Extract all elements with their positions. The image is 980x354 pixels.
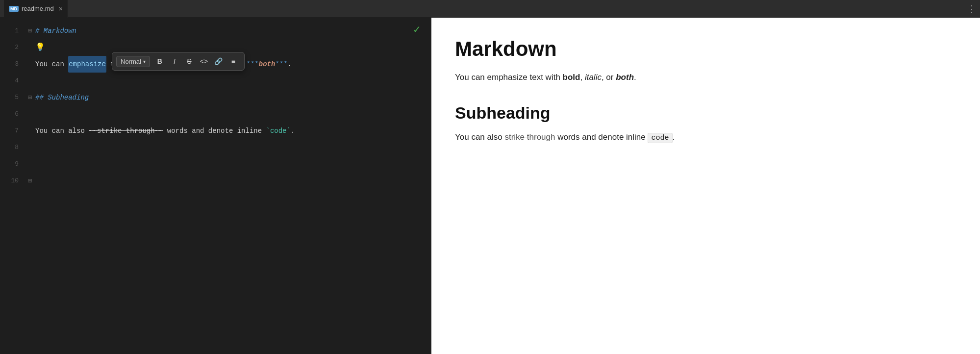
preview-p1-or: , or — [602, 73, 616, 82]
preview-p2: You can also strike through words and de… — [455, 130, 956, 144]
main-content: Normal ▾ B I S <> 🔗 ≡ ✓ 1 2 3 4 5 6 7 8 … — [0, 18, 980, 354]
preview-h1: Markdown — [455, 37, 956, 61]
preview-p1-italic: italic — [585, 73, 602, 82]
code-line-1: ⊞ # Markdown — [26, 23, 431, 39]
line-7-strike: ~~strike through~~ — [89, 123, 163, 139]
italic-button[interactable]: I — [168, 54, 181, 68]
line-num-2: 2 — [0, 39, 19, 56]
block-handle-7 — [26, 127, 33, 134]
list-button[interactable]: ≡ — [226, 54, 240, 68]
line-7-code: `code` — [266, 123, 291, 139]
preview-p2-strike: strike through — [504, 132, 555, 142]
lightbulb-icon: 💡 — [35, 39, 45, 56]
code-line-4 — [26, 73, 431, 89]
line-7-end: . — [291, 123, 295, 139]
line-num-1: 1 — [0, 23, 19, 39]
block-handle-9 — [26, 161, 33, 168]
block-handle-5[interactable]: ⊞ — [26, 94, 33, 101]
line-3-end: . — [288, 56, 292, 73]
code-line-7: You can also ~~strike through~~ words an… — [26, 123, 431, 139]
preview-p1: You can emphasize text with bold, italic… — [455, 71, 956, 84]
code-line-5: ⊞ ## Subheading — [26, 89, 431, 106]
code-button[interactable]: <> — [197, 54, 211, 68]
tab-filename: readme.md — [22, 5, 54, 12]
more-icon[interactable]: ⋮ — [967, 3, 976, 14]
preview-panel: Markdown You can emphasize text with bol… — [431, 18, 980, 354]
block-handle-8 — [26, 144, 33, 151]
line-3-you: You can — [35, 56, 68, 73]
line-num-4: 4 — [0, 73, 19, 89]
code-line-6 — [26, 106, 431, 123]
tab-bar: MD readme.md × ⋮ — [0, 0, 980, 18]
code-line-8 — [26, 139, 431, 156]
formatting-toolbar: Normal ▾ B I S <> 🔗 ≡ — [112, 52, 245, 71]
block-handle-3 — [26, 61, 33, 68]
line-num-9: 9 — [0, 156, 19, 173]
style-dropdown[interactable]: Normal ▾ — [116, 56, 150, 67]
line-7-text2: words and denote inline — [163, 123, 266, 139]
line-3-star6: *** — [275, 56, 287, 73]
preview-p2-end: . — [673, 132, 675, 142]
line-1-content: # Markdown — [35, 23, 76, 39]
line-5-content: ## Subheading — [35, 89, 89, 106]
strikethrough-button[interactable]: S — [182, 54, 196, 68]
style-dropdown-label: Normal — [121, 58, 141, 65]
tab-readme[interactable]: MD readme.md × — [4, 0, 68, 18]
line-num-8: 8 — [0, 139, 19, 156]
preview-p1-comma1: , — [580, 73, 584, 82]
preview-p2-mid: words and denote inline — [555, 132, 648, 142]
chevron-down-icon: ▾ — [143, 59, 146, 64]
preview-p1-end: . — [634, 73, 636, 82]
line-3-star5: *** — [247, 56, 259, 73]
preview-p2-code: code — [648, 133, 672, 143]
preview-h2: Subheading — [455, 103, 956, 123]
link-button[interactable]: 🔗 — [212, 54, 226, 68]
md-badge: MD — [9, 6, 19, 12]
block-handle-4 — [26, 77, 33, 84]
code-line-9 — [26, 156, 431, 173]
block-handle-10[interactable]: ⊞ — [26, 177, 33, 184]
preview-p1-bold: bold — [563, 73, 580, 82]
line-3-emphasize: emphasize — [68, 56, 106, 73]
line-7-text1: You can also — [35, 123, 89, 139]
line-num-10: 10 — [0, 173, 19, 189]
line-num-3: 3 — [0, 56, 19, 73]
code-content[interactable]: ⊞ # Markdown 💡 You can emphasize text wi… — [25, 23, 431, 354]
block-handle-2 — [26, 44, 33, 51]
line-num-5: 5 — [0, 89, 19, 106]
preview-p2-before: You can also — [455, 132, 504, 142]
preview-p1-bolditalic: both — [616, 73, 634, 82]
line-num-7: 7 — [0, 123, 19, 139]
block-handle-6 — [26, 111, 33, 118]
line-3-both: both — [259, 56, 276, 73]
code-line-10: ⊞ — [26, 173, 431, 189]
editor-panel: Normal ▾ B I S <> 🔗 ≡ ✓ 1 2 3 4 5 6 7 8 … — [0, 18, 431, 354]
close-icon[interactable]: × — [59, 5, 63, 13]
block-handle-1[interactable]: ⊞ — [26, 27, 33, 34]
bold-button[interactable]: B — [153, 54, 167, 68]
line-num-6: 6 — [0, 106, 19, 123]
preview-p1-before: You can emphasize text with — [455, 73, 563, 82]
line-numbers: 1 2 3 4 5 6 7 8 9 10 — [0, 23, 25, 354]
